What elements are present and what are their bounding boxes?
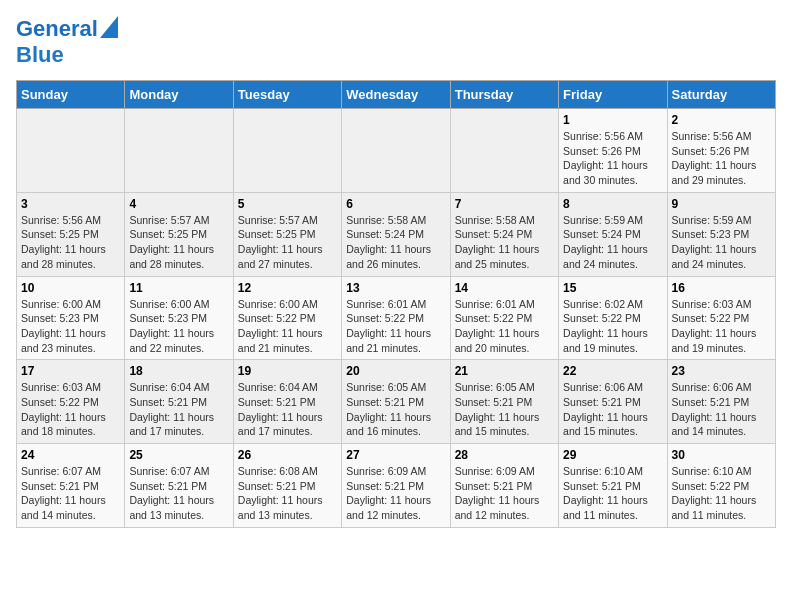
- weekday-header-cell: Tuesday: [233, 81, 341, 109]
- calendar-cell: 4Sunrise: 5:57 AM Sunset: 5:25 PM Daylig…: [125, 192, 233, 276]
- day-number: 20: [346, 364, 445, 378]
- day-number: 11: [129, 281, 228, 295]
- calendar-cell: 16Sunrise: 6:03 AM Sunset: 5:22 PM Dayli…: [667, 276, 775, 360]
- page-header: General Blue: [16, 16, 776, 68]
- day-number: 29: [563, 448, 662, 462]
- day-number: 21: [455, 364, 554, 378]
- day-number: 24: [21, 448, 120, 462]
- calendar-cell: 27Sunrise: 6:09 AM Sunset: 5:21 PM Dayli…: [342, 444, 450, 528]
- calendar-cell: 18Sunrise: 6:04 AM Sunset: 5:21 PM Dayli…: [125, 360, 233, 444]
- day-number: 30: [672, 448, 771, 462]
- day-number: 15: [563, 281, 662, 295]
- weekday-header-cell: Sunday: [17, 81, 125, 109]
- day-number: 26: [238, 448, 337, 462]
- calendar-cell: [233, 109, 341, 193]
- day-number: 12: [238, 281, 337, 295]
- calendar-cell: 19Sunrise: 6:04 AM Sunset: 5:21 PM Dayli…: [233, 360, 341, 444]
- day-number: 7: [455, 197, 554, 211]
- day-info: Sunrise: 6:09 AM Sunset: 5:21 PM Dayligh…: [346, 464, 445, 523]
- calendar-week-row: 17Sunrise: 6:03 AM Sunset: 5:22 PM Dayli…: [17, 360, 776, 444]
- calendar-week-row: 10Sunrise: 6:00 AM Sunset: 5:23 PM Dayli…: [17, 276, 776, 360]
- logo-blue-text: Blue: [16, 42, 64, 68]
- calendar-cell: 28Sunrise: 6:09 AM Sunset: 5:21 PM Dayli…: [450, 444, 558, 528]
- day-info: Sunrise: 6:10 AM Sunset: 5:21 PM Dayligh…: [563, 464, 662, 523]
- calendar-week-row: 1Sunrise: 5:56 AM Sunset: 5:26 PM Daylig…: [17, 109, 776, 193]
- calendar-cell: 11Sunrise: 6:00 AM Sunset: 5:23 PM Dayli…: [125, 276, 233, 360]
- day-info: Sunrise: 6:05 AM Sunset: 5:21 PM Dayligh…: [455, 380, 554, 439]
- day-number: 1: [563, 113, 662, 127]
- day-number: 10: [21, 281, 120, 295]
- calendar-cell: 8Sunrise: 5:59 AM Sunset: 5:24 PM Daylig…: [559, 192, 667, 276]
- calendar-cell: 5Sunrise: 5:57 AM Sunset: 5:25 PM Daylig…: [233, 192, 341, 276]
- calendar-cell: [450, 109, 558, 193]
- calendar-body: 1Sunrise: 5:56 AM Sunset: 5:26 PM Daylig…: [17, 109, 776, 528]
- calendar-cell: 21Sunrise: 6:05 AM Sunset: 5:21 PM Dayli…: [450, 360, 558, 444]
- calendar-cell: 30Sunrise: 6:10 AM Sunset: 5:22 PM Dayli…: [667, 444, 775, 528]
- day-info: Sunrise: 6:04 AM Sunset: 5:21 PM Dayligh…: [238, 380, 337, 439]
- calendar-cell: [125, 109, 233, 193]
- calendar-cell: 22Sunrise: 6:06 AM Sunset: 5:21 PM Dayli…: [559, 360, 667, 444]
- calendar-cell: 10Sunrise: 6:00 AM Sunset: 5:23 PM Dayli…: [17, 276, 125, 360]
- day-number: 4: [129, 197, 228, 211]
- day-number: 14: [455, 281, 554, 295]
- day-info: Sunrise: 6:01 AM Sunset: 5:22 PM Dayligh…: [455, 297, 554, 356]
- calendar-cell: 12Sunrise: 6:00 AM Sunset: 5:22 PM Dayli…: [233, 276, 341, 360]
- svg-marker-0: [100, 16, 118, 38]
- weekday-header-cell: Wednesday: [342, 81, 450, 109]
- day-info: Sunrise: 6:00 AM Sunset: 5:23 PM Dayligh…: [129, 297, 228, 356]
- day-info: Sunrise: 6:05 AM Sunset: 5:21 PM Dayligh…: [346, 380, 445, 439]
- calendar-cell: [342, 109, 450, 193]
- weekday-header-row: SundayMondayTuesdayWednesdayThursdayFrid…: [17, 81, 776, 109]
- calendar-cell: 14Sunrise: 6:01 AM Sunset: 5:22 PM Dayli…: [450, 276, 558, 360]
- day-number: 2: [672, 113, 771, 127]
- day-info: Sunrise: 6:09 AM Sunset: 5:21 PM Dayligh…: [455, 464, 554, 523]
- logo-triangle-icon: [100, 16, 118, 38]
- day-info: Sunrise: 6:04 AM Sunset: 5:21 PM Dayligh…: [129, 380, 228, 439]
- day-info: Sunrise: 6:00 AM Sunset: 5:23 PM Dayligh…: [21, 297, 120, 356]
- day-info: Sunrise: 6:08 AM Sunset: 5:21 PM Dayligh…: [238, 464, 337, 523]
- day-info: Sunrise: 6:06 AM Sunset: 5:21 PM Dayligh…: [672, 380, 771, 439]
- logo-text: General: [16, 16, 98, 42]
- day-number: 3: [21, 197, 120, 211]
- day-info: Sunrise: 5:56 AM Sunset: 5:26 PM Dayligh…: [672, 129, 771, 188]
- day-info: Sunrise: 6:07 AM Sunset: 5:21 PM Dayligh…: [21, 464, 120, 523]
- calendar-table: SundayMondayTuesdayWednesdayThursdayFrid…: [16, 80, 776, 528]
- day-info: Sunrise: 6:10 AM Sunset: 5:22 PM Dayligh…: [672, 464, 771, 523]
- day-info: Sunrise: 5:59 AM Sunset: 5:23 PM Dayligh…: [672, 213, 771, 272]
- day-info: Sunrise: 6:01 AM Sunset: 5:22 PM Dayligh…: [346, 297, 445, 356]
- calendar-week-row: 3Sunrise: 5:56 AM Sunset: 5:25 PM Daylig…: [17, 192, 776, 276]
- calendar-cell: 7Sunrise: 5:58 AM Sunset: 5:24 PM Daylig…: [450, 192, 558, 276]
- day-info: Sunrise: 5:56 AM Sunset: 5:25 PM Dayligh…: [21, 213, 120, 272]
- calendar-cell: 25Sunrise: 6:07 AM Sunset: 5:21 PM Dayli…: [125, 444, 233, 528]
- calendar-cell: 26Sunrise: 6:08 AM Sunset: 5:21 PM Dayli…: [233, 444, 341, 528]
- calendar-cell: 1Sunrise: 5:56 AM Sunset: 5:26 PM Daylig…: [559, 109, 667, 193]
- day-number: 18: [129, 364, 228, 378]
- day-number: 8: [563, 197, 662, 211]
- calendar-cell: 29Sunrise: 6:10 AM Sunset: 5:21 PM Dayli…: [559, 444, 667, 528]
- calendar-cell: [17, 109, 125, 193]
- day-info: Sunrise: 5:59 AM Sunset: 5:24 PM Dayligh…: [563, 213, 662, 272]
- day-number: 13: [346, 281, 445, 295]
- day-info: Sunrise: 6:00 AM Sunset: 5:22 PM Dayligh…: [238, 297, 337, 356]
- calendar-cell: 15Sunrise: 6:02 AM Sunset: 5:22 PM Dayli…: [559, 276, 667, 360]
- calendar-cell: 24Sunrise: 6:07 AM Sunset: 5:21 PM Dayli…: [17, 444, 125, 528]
- calendar-cell: 2Sunrise: 5:56 AM Sunset: 5:26 PM Daylig…: [667, 109, 775, 193]
- weekday-header-cell: Saturday: [667, 81, 775, 109]
- calendar-cell: 23Sunrise: 6:06 AM Sunset: 5:21 PM Dayli…: [667, 360, 775, 444]
- day-number: 25: [129, 448, 228, 462]
- logo: General Blue: [16, 16, 118, 68]
- day-info: Sunrise: 6:03 AM Sunset: 5:22 PM Dayligh…: [21, 380, 120, 439]
- weekday-header-cell: Monday: [125, 81, 233, 109]
- day-info: Sunrise: 6:02 AM Sunset: 5:22 PM Dayligh…: [563, 297, 662, 356]
- day-info: Sunrise: 6:07 AM Sunset: 5:21 PM Dayligh…: [129, 464, 228, 523]
- day-number: 6: [346, 197, 445, 211]
- day-number: 23: [672, 364, 771, 378]
- day-number: 19: [238, 364, 337, 378]
- day-number: 9: [672, 197, 771, 211]
- day-number: 22: [563, 364, 662, 378]
- day-info: Sunrise: 5:58 AM Sunset: 5:24 PM Dayligh…: [346, 213, 445, 272]
- day-number: 28: [455, 448, 554, 462]
- day-info: Sunrise: 6:06 AM Sunset: 5:21 PM Dayligh…: [563, 380, 662, 439]
- weekday-header-cell: Friday: [559, 81, 667, 109]
- calendar-cell: 17Sunrise: 6:03 AM Sunset: 5:22 PM Dayli…: [17, 360, 125, 444]
